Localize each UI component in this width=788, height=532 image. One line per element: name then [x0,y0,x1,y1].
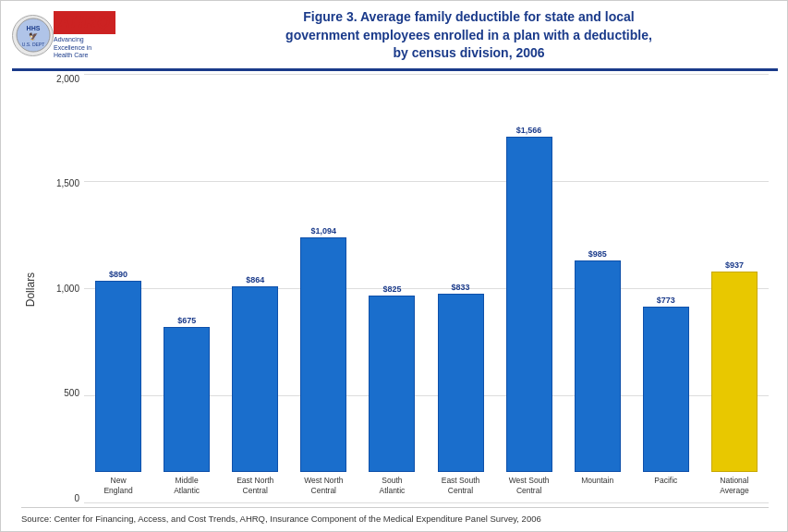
bar-label-new-england: NewEngland [103,476,132,503]
header: HHS 🦅 U.S. DEPT AHRQ Advancing Excellenc… [12,8,778,71]
bar-rect-east-north-central [232,286,278,472]
bar-value-west-south-central: $1,566 [516,126,542,135]
chart-inner: 05001,0001,5002,000 $890NewEngland$675Mi… [40,75,769,503]
logo-area: HHS 🦅 U.S. DEPT AHRQ Advancing Excellenc… [12,11,160,59]
bar-rect-east-south-central [438,294,484,472]
bar-group-east-north-central: $864East NorthCentral [221,75,289,503]
bar-value-east-south-central: $833 [452,283,470,292]
bar-value-mountain: $985 [588,249,607,259]
y-axis: 05001,0001,5002,000 [40,75,84,503]
source-text: Source: Center for Financing, Access, an… [21,507,769,526]
y-tick: 500 [40,389,84,398]
bar-label-pacific: Pacific [654,476,677,503]
ahrq-logo: AHRQ Advancing Excellence in Health Care [54,11,115,59]
bar-value-east-north-central: $864 [246,275,264,284]
ahrq-subtitle: Advancing Excellence in Health Care [54,36,91,59]
bar-rect-national-average [711,272,758,472]
chart-plot: 05001,0001,5002,000 $890NewEngland$675Mi… [40,75,769,503]
y-tick: 0 [40,494,84,503]
bars-container: $890NewEngland$675MiddleAtlantic$864East… [84,75,769,503]
bar-rect-middle-atlantic [164,327,210,472]
bar-group-pacific: $773Pacific [632,75,700,503]
chart-section: Dollars 05001,0001,5002,000 $890NewEngla… [12,75,778,526]
chart-title: Figure 3. Average family deductible for … [160,8,778,63]
bar-group-west-south-central: $1,566West SouthCentral [495,75,564,503]
bar-group-south-atlantic: $825SouthAtlantic [358,75,426,503]
svg-text:🦅: 🦅 [29,31,38,41]
bar-rect-west-north-central [300,237,346,472]
bar-value-national-average: $937 [725,260,744,270]
bar-rect-pacific [643,307,689,472]
bar-rect-new-england [95,281,141,472]
bar-group-east-south-central: $833East SouthCentral [426,75,494,503]
bar-group-national-average: $937NationalAverage [700,75,769,503]
bar-label-west-south-central: West SouthCentral [509,476,550,503]
bar-rect-mountain [575,260,621,472]
bar-value-new-england: $890 [109,270,127,279]
chart-wrapper: Dollars 05001,0001,5002,000 $890NewEngla… [21,75,769,503]
svg-text:HHS: HHS [26,25,40,31]
bar-group-mountain: $985Mountain [564,75,632,503]
bar-value-middle-atlantic: $675 [177,316,196,325]
bar-label-mountain: Mountain [581,476,613,503]
bar-value-west-north-central: $1,094 [311,226,337,236]
bar-label-national-average: NationalAverage [720,476,749,503]
bar-label-west-north-central: West NorthCentral [304,476,343,503]
y-axis-label: Dollars [21,75,40,503]
bar-label-middle-atlantic: MiddleAtlantic [174,476,200,503]
y-tick: 1,000 [40,284,84,294]
ahrq-text: AHRQ [58,13,111,31]
svg-text:U.S. DEPT: U.S. DEPT [21,42,43,47]
bar-label-east-north-central: East NorthCentral [236,476,273,503]
y-tick: 1,500 [40,179,84,188]
bar-group-middle-atlantic: $675MiddleAtlantic [152,75,221,503]
y-tick: 2,000 [40,75,84,84]
bar-label-south-atlantic: SouthAtlantic [379,476,405,503]
page-container: HHS 🦅 U.S. DEPT AHRQ Advancing Excellenc… [1,1,788,532]
bar-group-west-north-central: $1,094West NorthCentral [289,75,358,503]
bar-label-east-south-central: East SouthCentral [442,476,480,503]
hhs-logo: HHS 🦅 U.S. DEPT [12,15,54,56]
bar-group-new-england: $890NewEngland [84,75,152,503]
bar-value-south-atlantic: $825 [382,284,401,294]
bar-value-pacific: $773 [657,296,675,305]
bar-rect-south-atlantic [369,296,415,472]
bar-rect-west-south-central [506,137,552,472]
